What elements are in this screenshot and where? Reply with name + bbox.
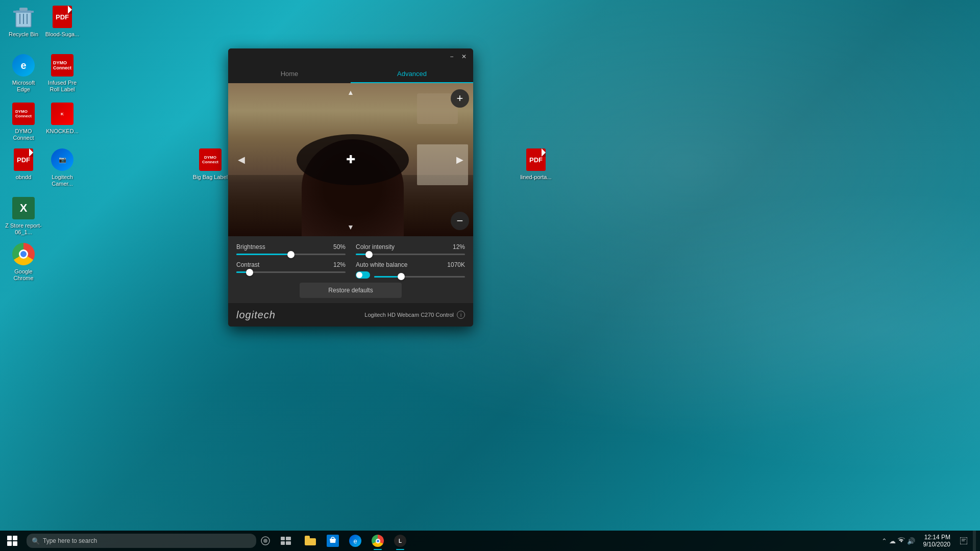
taskbar: 🔍 Type here to search — [0, 531, 980, 551]
taskbar-apps: e L — [299, 531, 411, 551]
svg-rect-1 — [19, 8, 28, 11]
dymo-icon: DYMOConnect — [12, 103, 35, 125]
camera-pan-down[interactable]: ▼ — [344, 222, 358, 232]
ms-edge-label: Microsoft Edge — [5, 80, 42, 93]
awb-toggle[interactable] — [356, 271, 370, 279]
desktop-icon-big-bag[interactable]: DYMOConnect Big Bag Label — [190, 145, 231, 183]
desktop-icon-logitech-cam[interactable]: 📷 Logitech Camer... — [42, 145, 83, 189]
notifications-button[interactable] — [955, 531, 972, 551]
windows-logo-icon — [7, 536, 17, 546]
taskbar-edge[interactable]: e — [344, 531, 366, 551]
dymo-infused-label: Infused Pre Roll Label — [44, 80, 81, 93]
z-store-label: Z Store report-06_1... — [5, 222, 42, 236]
recycle-bin-label: Recycle Bin — [9, 31, 38, 38]
blood-sugar-label: Blood-Suga... — [45, 31, 80, 38]
camera-pan-up[interactable]: ▲ — [344, 87, 358, 97]
chrome-icon — [12, 243, 35, 265]
cortana-button[interactable] — [256, 531, 275, 551]
taskbar-file-explorer[interactable] — [299, 531, 322, 551]
desktop-icon-obndd[interactable]: PDF obndd — [3, 145, 44, 183]
tray-chevron[interactable]: ⌃ — [881, 537, 887, 545]
window-tabs: Home Advanced — [228, 65, 473, 83]
camera-zoom-out-button[interactable]: − — [451, 212, 469, 230]
camera-center[interactable]: ✚ — [342, 152, 359, 168]
camera-controls-panel: Brightness 50% Color intensity 12% — [228, 236, 473, 303]
tray-cloud-icon[interactable]: ☁ — [889, 537, 896, 545]
desktop-icon-lined-porta[interactable]: PDF lined-porta... — [516, 145, 556, 183]
awb-slider[interactable] — [374, 276, 465, 278]
svg-rect-11 — [286, 541, 291, 545]
taskbar-store[interactable] — [322, 531, 344, 551]
clock-date: 9/10/2020 — [923, 541, 950, 548]
svg-rect-10 — [281, 541, 285, 545]
color-intensity-control: Color intensity 12% — [356, 243, 465, 255]
desktop-icon-blood-sugar[interactable]: PDF Blood-Suga... — [42, 3, 83, 40]
search-placeholder: Type here to search — [43, 537, 97, 544]
color-intensity-label: Color intensity — [356, 243, 395, 251]
chrome-taskbar-icon — [372, 535, 384, 547]
color-intensity-value: 12% — [453, 243, 465, 251]
tab-home[interactable]: Home — [228, 65, 351, 83]
start-button[interactable] — [0, 531, 24, 551]
logitech-logo: logitech — [236, 309, 276, 321]
contrast-slider[interactable] — [236, 271, 346, 273]
restore-defaults-button[interactable]: Restore defaults — [300, 283, 402, 298]
tray-network-icon[interactable] — [898, 537, 905, 545]
tray-volume-icon[interactable]: 🔊 — [907, 537, 915, 545]
minimize-button[interactable]: − — [447, 52, 457, 62]
window-titlebar: − ✕ — [228, 48, 473, 65]
desktop-icon-ms-edge[interactable]: e Microsoft Edge — [3, 51, 44, 95]
color-intensity-slider[interactable] — [356, 254, 465, 255]
tray-icon-area: ⌃ ☁ 🔊 — [878, 537, 918, 545]
search-icon: 🔍 — [32, 537, 40, 545]
info-button[interactable]: i — [457, 311, 465, 319]
taskbar-logitech[interactable]: L — [389, 531, 411, 551]
logitech-cam-label: Logitech Camer... — [44, 174, 81, 187]
camera-pan-left[interactable]: ◀ — [234, 153, 249, 167]
knocked-label: KNOCKED... — [46, 128, 79, 135]
brightness-slider[interactable] — [236, 254, 346, 255]
contrast-control: Contrast 12% — [236, 261, 346, 279]
logitech-camera-window: − ✕ Home Advanced — [228, 48, 473, 327]
taskbar-search[interactable]: 🔍 Type here to search — [27, 534, 256, 548]
close-button[interactable]: ✕ — [459, 52, 469, 62]
lined-porta-label: lined-porta... — [520, 174, 551, 181]
contrast-value: 12% — [333, 261, 346, 268]
dymo-connect-label: DYMO Connect — [5, 128, 42, 141]
system-clock[interactable]: 12:14 PM 9/10/2020 — [919, 534, 954, 548]
svg-rect-2 — [13, 11, 34, 13]
product-info: Logitech HD Webcam C270 Control i — [364, 311, 465, 319]
svg-rect-8 — [281, 537, 285, 540]
auto-white-balance-control: Auto white balance 1070K — [356, 261, 465, 279]
camera-view: ▲ ▼ ◀ ▶ ✚ + − — [228, 83, 473, 236]
contrast-label: Contrast — [236, 261, 259, 268]
desktop-icon-dymo-infused[interactable]: DYMOConnect Infused Pre Roll Label — [42, 51, 83, 95]
edge-taskbar-icon: e — [349, 535, 361, 547]
brightness-value: 50% — [333, 243, 346, 251]
store-icon — [327, 535, 339, 547]
desktop-icon-dymo-connect[interactable]: DYMOConnect DYMO Connect — [3, 99, 44, 143]
svg-rect-9 — [286, 537, 291, 540]
svg-point-7 — [263, 539, 267, 543]
logitech-taskbar-icon: L — [394, 535, 406, 547]
taskbar-chrome[interactable] — [366, 531, 389, 551]
obndd-label: obndd — [16, 174, 32, 181]
show-desktop-button[interactable] — [973, 531, 976, 551]
desktop-icon-google-chrome[interactable]: Google Chrome — [3, 240, 44, 284]
google-chrome-label: Google Chrome — [5, 268, 42, 282]
taskbar-tray: ⌃ ☁ 🔊 12:14 PM 9/10/2020 — [878, 531, 980, 551]
tab-advanced[interactable]: Advanced — [351, 65, 473, 83]
desktop-icon-knocked[interactable]: K KNOCKED... — [42, 99, 83, 137]
window-footer: logitech Logitech HD Webcam C270 Control… — [228, 303, 473, 327]
big-bag-label: Big Bag Label — [193, 174, 228, 181]
task-view-button[interactable] — [275, 531, 297, 551]
edge-icon: e — [12, 54, 35, 77]
camera-zoom-in-button[interactable]: + — [451, 89, 469, 108]
camera-pan-right[interactable]: ▶ — [453, 153, 467, 167]
desktop-icon-z-store[interactable]: X Z Store report-06_1... — [3, 194, 44, 238]
brightness-label: Brightness — [236, 243, 265, 251]
product-name: Logitech HD Webcam C270 Control — [364, 312, 454, 318]
clock-time: 12:14 PM — [924, 534, 950, 541]
desktop-icon-recycle-bin[interactable]: Recycle Bin — [3, 3, 44, 40]
awb-value: 1070K — [447, 261, 465, 268]
